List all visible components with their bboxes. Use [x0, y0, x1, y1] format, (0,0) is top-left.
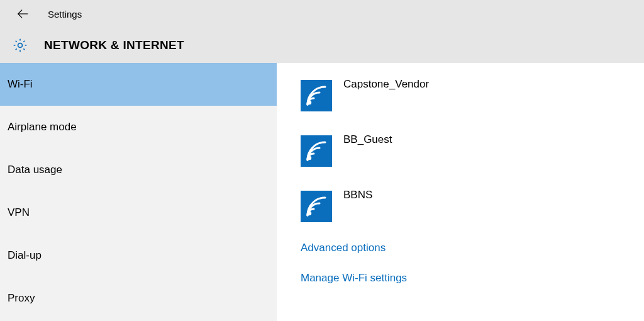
- svg-point-3: [308, 156, 311, 160]
- wifi-network-name: BBNS: [343, 189, 372, 201]
- sidebar-item-label: Data usage: [8, 164, 62, 176]
- sidebar: Wi-Fi Airplane mode Data usage VPN Dial-…: [0, 63, 277, 321]
- gear-icon: [11, 37, 29, 54]
- wifi-network-name: BB_Guest: [343, 133, 392, 146]
- wifi-icon: [301, 135, 332, 167]
- body: Wi-Fi Airplane mode Data usage VPN Dial-…: [0, 63, 644, 321]
- header: Settings NETWORK & INTERNET: [0, 0, 644, 63]
- sidebar-item-proxy[interactable]: Proxy: [0, 277, 277, 320]
- wifi-icon: [301, 191, 332, 222]
- header-title: Settings: [48, 9, 82, 20]
- wifi-network-row[interactable]: BBNS: [301, 185, 644, 228]
- sidebar-item-label: Proxy: [8, 292, 35, 305]
- sidebar-item-airplane-mode[interactable]: Airplane mode: [0, 106, 277, 149]
- svg-point-4: [308, 211, 311, 215]
- wifi-network-name: Capstone_Vendor: [343, 78, 429, 91]
- sidebar-item-label: Wi-Fi: [8, 78, 33, 91]
- sidebar-item-label: VPN: [8, 206, 30, 219]
- svg-point-2: [308, 101, 311, 104]
- wifi-network-row[interactable]: BB_Guest: [301, 130, 644, 172]
- sidebar-item-label: Dial-up: [8, 249, 42, 262]
- wifi-icon: [301, 80, 332, 111]
- advanced-options-link[interactable]: Advanced options: [301, 242, 644, 254]
- back-arrow-icon: [16, 7, 30, 21]
- manage-wifi-settings-link[interactable]: Manage Wi-Fi settings: [301, 272, 644, 284]
- wifi-network-row[interactable]: Capstone_Vendor: [301, 74, 644, 117]
- section-title: NETWORK & INTERNET: [44, 38, 184, 52]
- back-button[interactable]: [15, 6, 30, 21]
- content-panel: Capstone_Vendor BB_Guest: [277, 63, 644, 321]
- sidebar-item-wifi[interactable]: Wi-Fi: [0, 63, 277, 106]
- sidebar-item-label: Airplane mode: [8, 121, 77, 133]
- svg-point-1: [18, 43, 23, 48]
- sidebar-item-vpn[interactable]: VPN: [0, 191, 277, 234]
- header-main: NETWORK & INTERNET: [0, 28, 644, 63]
- header-top-bar: Settings: [0, 0, 644, 28]
- sidebar-item-dial-up[interactable]: Dial-up: [0, 234, 277, 277]
- sidebar-item-data-usage[interactable]: Data usage: [0, 149, 277, 191]
- links-section: Advanced options Manage Wi-Fi settings: [301, 242, 644, 284]
